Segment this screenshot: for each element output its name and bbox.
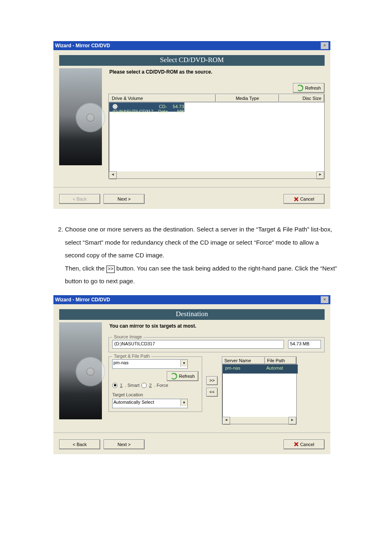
wizard-side-graphic (59, 322, 102, 419)
remove-target-button[interactable]: << (206, 388, 218, 397)
cell-drive: (D:)NASUTILCD317 (113, 109, 153, 114)
col-media-type[interactable]: Media Type (216, 94, 279, 102)
target-filepath-group: Target & File Path pm-nas ▼ Refresh (108, 356, 202, 412)
col-server-name[interactable]: Server Name (222, 357, 265, 364)
wizard-side-graphic (59, 68, 102, 165)
scroll-right-icon[interactable]: ► (288, 417, 296, 425)
step-banner: Select CD/DVD-ROM (59, 55, 325, 66)
refresh-button[interactable]: Refresh (293, 83, 325, 93)
back-button[interactable]: < Back (59, 439, 100, 449)
window-title: Wizard - Mirror CD/DVD (55, 41, 321, 50)
back-button: < Back (59, 194, 100, 204)
source-image-group: Source Image (D:)NASUTILCD317 54.73 MB (108, 337, 325, 352)
step-banner: Destination (59, 309, 325, 320)
cell-file-path: Automat (265, 365, 297, 373)
col-disc-size[interactable]: Disc Size (279, 94, 324, 102)
add-target-button[interactable]: >> (206, 376, 218, 385)
refresh-icon (171, 373, 177, 379)
titlebar[interactable]: Wizard - Mirror CD/DVD × (53, 41, 330, 50)
wizard-select-cddvd-dialog: Wizard - Mirror CD/DVD × Select CD/DVD-R… (53, 41, 330, 209)
refresh-icon (297, 85, 303, 91)
server-select[interactable]: pm-nas ▼ (112, 359, 188, 369)
chevron-down-icon[interactable]: ▼ (180, 360, 187, 367)
col-drive-volume[interactable]: Drive & Volume (109, 94, 216, 102)
drive-list[interactable]: Drive & Volume Media Type Disc Size (D:)… (108, 94, 325, 179)
list-header: Drive & Volume Media Type Disc Size (109, 94, 324, 102)
cell-size: 54.73 MB (170, 103, 187, 111)
next-button[interactable]: Next > (104, 194, 145, 204)
close-icon[interactable]: × (321, 296, 329, 303)
list-row[interactable]: (D:)NASUTILCD317 CD-Data 54.73 MB (109, 102, 184, 112)
cancel-button[interactable]: Cancel (284, 194, 325, 204)
disc-icon (113, 104, 118, 109)
scroll-left-icon[interactable]: ◄ (222, 417, 230, 425)
step2-text-a: Choose one or more servers as the destin… (65, 226, 332, 259)
window-title: Wizard - Mirror CD/DVD (55, 295, 321, 304)
target-location-select[interactable]: Automatically Select ▼ (112, 399, 188, 408)
cell-server-name: pm-nas (224, 365, 265, 373)
scroll-left-icon[interactable]: ◄ (109, 171, 117, 179)
instruction-step-2: Choose one or more servers as the destin… (65, 223, 339, 288)
cancel-icon (294, 197, 298, 201)
instruction-text: You can mirror to six targets at most. (109, 323, 325, 329)
next-button[interactable]: Next > (104, 439, 145, 449)
cell-media: CD-Data (156, 103, 170, 111)
source-legend: Source Image (112, 334, 143, 339)
smart-radio[interactable]: 11. Smart. Smart (112, 383, 140, 388)
wizard-destination-dialog: Wizard - Mirror CD/DVD × Destination You… (53, 295, 330, 454)
col-file-path[interactable]: File Path (265, 357, 296, 364)
chevron-down-icon[interactable]: ▼ (180, 399, 187, 406)
list-row[interactable]: pm-nas Automat (222, 364, 298, 374)
cancel-button[interactable]: Cancel (284, 439, 325, 449)
targets-list[interactable]: Server Name File Path pm-nas Automat ◄ (222, 356, 297, 424)
source-size-field: 54.73 MB (288, 340, 321, 349)
close-icon[interactable]: × (321, 42, 329, 49)
refresh-label: Refresh (305, 86, 321, 90)
inline-add-button-sample: >> (106, 266, 115, 273)
scroll-right-icon[interactable]: ► (316, 171, 324, 179)
target-location-value: Automatically Select (113, 400, 154, 405)
refresh-button[interactable]: Refresh (167, 371, 198, 381)
cancel-icon (294, 442, 298, 446)
source-image-field: (D:)NASUTILCD317 (112, 340, 284, 349)
force-radio[interactable]: 2. Force (141, 383, 168, 388)
instruction-text: Please select a CD/DVD-ROM as the source… (109, 69, 325, 75)
horizontal-scrollbar[interactable]: ◄ ► (109, 171, 324, 178)
titlebar[interactable]: Wizard - Mirror CD/DVD × (53, 295, 330, 304)
step2-prefix: Then, click the (65, 265, 106, 272)
target-location-label: Target Location (112, 392, 198, 397)
horizontal-scrollbar[interactable]: ◄ ► (222, 417, 296, 424)
server-select-value: pm-nas (113, 360, 129, 365)
instruction-list: Choose one or more servers as the destin… (57, 223, 339, 288)
target-legend: Target & File Path (112, 354, 151, 358)
